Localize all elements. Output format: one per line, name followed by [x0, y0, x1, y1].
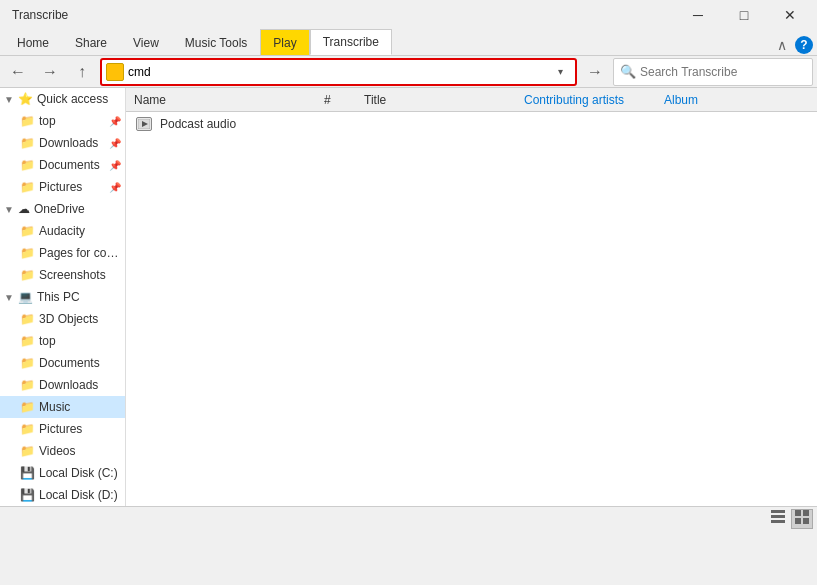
sidebar-item-pictures1[interactable]: 📁 Pictures 📌 — [0, 176, 125, 198]
col-header-name[interactable]: Name — [126, 90, 316, 110]
sidebar-item-label: Downloads — [39, 136, 107, 150]
sidebar-item-downloads2[interactable]: 📁 Downloads — [0, 374, 125, 396]
sidebar-item-documents2[interactable]: 📁 Documents — [0, 352, 125, 374]
sidebar-item-label: This PC — [37, 290, 121, 304]
ribbon-tab-right: ∧ ? — [773, 35, 817, 55]
close-button[interactable]: ✕ — [767, 0, 813, 30]
sidebar-scroll[interactable]: ▼ ⭐ Quick access 📁 top 📌 📁 Downloads 📌 📁… — [0, 88, 125, 506]
svg-rect-6 — [771, 520, 785, 523]
back-icon: ← — [10, 63, 26, 81]
tab-share[interactable]: Share — [62, 29, 120, 55]
pin-icon: 📌 — [109, 160, 121, 171]
folder-icon: 📁 — [20, 400, 35, 414]
col-header-contributing[interactable]: Contributing artists — [516, 90, 656, 110]
pin-icon: 📌 — [109, 182, 121, 193]
sidebar-item-label: Downloads — [39, 378, 121, 392]
quick-access-icon: ⭐ — [18, 92, 33, 106]
svg-rect-9 — [795, 518, 801, 524]
sidebar-item-disk-c[interactable]: 💾 Local Disk (C:) — [0, 462, 125, 484]
folder-icon: 📁 — [20, 444, 35, 458]
tab-transcribe[interactable]: Transcribe — [310, 29, 392, 55]
toolbar: ← → ↑ ▾ → 🔍 — [0, 56, 817, 88]
folder-icon: 📁 — [20, 378, 35, 392]
sidebar-item-downloads1[interactable]: 📁 Downloads 📌 — [0, 132, 125, 154]
file-name: Podcast audio — [160, 117, 809, 131]
tab-play[interactable]: Play — [260, 29, 309, 55]
sidebar-item-screenshots[interactable]: 📁 Screenshots — [0, 264, 125, 286]
sidebar-item-label: Audacity — [39, 224, 121, 238]
this-pc-icon: 💻 — [18, 290, 33, 304]
forward-button[interactable]: → — [36, 58, 64, 86]
onedrive-collapse-icon: ▼ — [4, 204, 14, 215]
sidebar-item-label: Local Disk (D:) — [39, 488, 121, 502]
address-input[interactable] — [128, 65, 549, 79]
tab-home[interactable]: Home — [4, 29, 62, 55]
folder-icon: 📁 — [20, 114, 35, 128]
ribbon-help-icon[interactable]: ? — [795, 36, 813, 54]
search-icon: 🔍 — [620, 64, 636, 79]
sidebar-item-label: Pictures — [39, 422, 121, 436]
disk-icon: 💾 — [20, 488, 35, 502]
folder-icon: 📁 — [20, 334, 35, 348]
ribbon-collapse-icon[interactable]: ∧ — [773, 35, 791, 55]
sidebar-item-label: Pages for content — [39, 246, 121, 260]
sidebar-item-pages-content[interactable]: 📁 Pages for content — [0, 242, 125, 264]
content-list: Podcast audio — [126, 112, 817, 506]
sidebar-item-videos[interactable]: 📁 Videos — [0, 440, 125, 462]
title-bar-controls: ─ □ ✕ — [675, 0, 813, 30]
sidebar-item-onedrive[interactable]: ▼ ☁ OneDrive — [0, 198, 125, 220]
up-button[interactable]: ↑ — [68, 58, 96, 86]
quick-access-collapse-icon: ▼ — [4, 94, 14, 105]
back-button[interactable]: ← — [4, 58, 32, 86]
folder-icon: 📁 — [20, 224, 35, 238]
tab-view[interactable]: View — [120, 29, 172, 55]
col-header-album[interactable]: Album — [656, 90, 776, 110]
tab-music-tools[interactable]: Music Tools — [172, 29, 260, 55]
address-dropdown-button[interactable]: ▾ — [549, 61, 571, 83]
sidebar-item-documents1[interactable]: 📁 Documents 📌 — [0, 154, 125, 176]
title-bar-left: Transcribe — [4, 8, 68, 22]
file-icon — [134, 116, 154, 132]
title-bar: Transcribe ─ □ ✕ — [0, 0, 817, 30]
folder-icon: 📁 — [20, 312, 35, 326]
svg-rect-10 — [803, 518, 809, 524]
folder-icon: 📁 — [20, 246, 35, 260]
sidebar: ▼ ⭐ Quick access 📁 top 📌 📁 Downloads 📌 📁… — [0, 88, 126, 506]
col-header-num[interactable]: # — [316, 90, 356, 110]
forward-icon: → — [42, 63, 58, 81]
folder-icon: 📁 — [20, 180, 35, 194]
sidebar-item-disk-d[interactable]: 💾 Local Disk (D:) — [0, 484, 125, 506]
sidebar-item-quick-access[interactable]: ▼ ⭐ Quick access — [0, 88, 125, 110]
pin-icon: 📌 — [109, 138, 121, 149]
search-box[interactable]: 🔍 — [613, 58, 813, 86]
sidebar-item-desktop2[interactable]: 📁 top — [0, 330, 125, 352]
table-row[interactable]: Podcast audio — [126, 112, 817, 136]
svg-rect-7 — [795, 510, 801, 516]
view-list-button[interactable] — [767, 509, 789, 529]
sidebar-item-3d-objects[interactable]: 📁 3D Objects — [0, 308, 125, 330]
up-icon: ↑ — [78, 63, 86, 81]
view-detail-icon — [795, 510, 809, 527]
body-area: ▼ ⭐ Quick access 📁 top 📌 📁 Downloads 📌 📁… — [0, 88, 817, 506]
col-header-title[interactable]: Title — [356, 90, 516, 110]
search-input[interactable] — [640, 65, 806, 79]
view-list-icon — [771, 510, 785, 527]
sidebar-item-music[interactable]: 📁 Music — [0, 396, 125, 418]
pin-icon: 📌 — [109, 116, 121, 127]
sidebar-item-desktop1[interactable]: 📁 top 📌 — [0, 110, 125, 132]
svg-rect-0 — [109, 69, 121, 77]
sidebar-item-label: Quick access — [37, 92, 121, 106]
minimize-button[interactable]: ─ — [675, 0, 721, 30]
onedrive-icon: ☁ — [18, 202, 30, 216]
address-go-button[interactable]: → — [581, 58, 609, 86]
sidebar-item-label: 3D Objects — [39, 312, 121, 326]
sidebar-item-audacity[interactable]: 📁 Audacity — [0, 220, 125, 242]
sidebar-item-pictures2[interactable]: 📁 Pictures — [0, 418, 125, 440]
svg-rect-8 — [803, 510, 809, 516]
sidebar-item-label: Local Disk (C:) — [39, 466, 121, 480]
folder-icon — [106, 63, 124, 81]
address-bar[interactable]: ▾ — [100, 58, 577, 86]
sidebar-item-this-pc[interactable]: ▼ 💻 This PC — [0, 286, 125, 308]
maximize-button[interactable]: □ — [721, 0, 767, 30]
view-detail-button[interactable] — [791, 509, 813, 529]
